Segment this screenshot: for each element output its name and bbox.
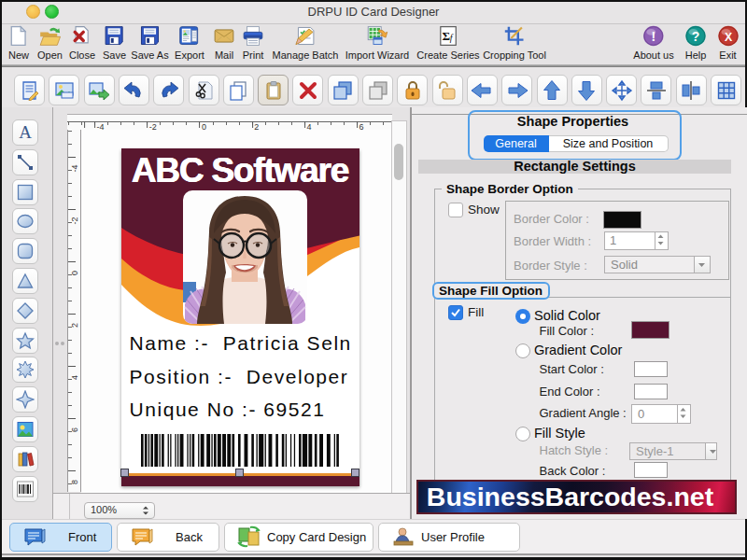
- svg-text:Σ: Σ: [442, 29, 450, 43]
- svg-text:?: ?: [692, 29, 700, 44]
- svg-text:!: !: [652, 29, 656, 44]
- svg-text:X: X: [724, 31, 732, 44]
- svg-text:A: A: [19, 123, 32, 142]
